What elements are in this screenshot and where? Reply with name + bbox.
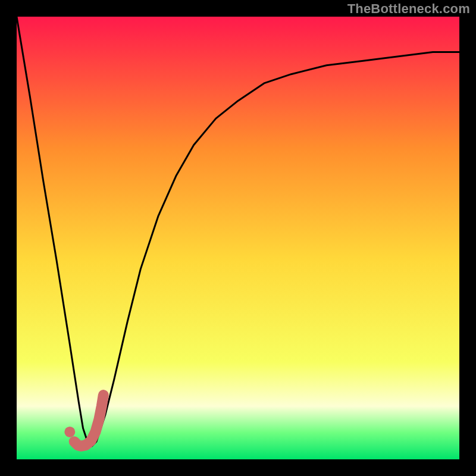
chart-frame: TheBottleneck.com — [0, 0, 476, 476]
plot-area — [17, 17, 459, 459]
watermark-text: TheBottleneck.com — [347, 1, 470, 17]
marker-dot — [64, 427, 75, 437]
curve-layer — [17, 17, 459, 459]
bottleneck-curve — [17, 17, 459, 446]
